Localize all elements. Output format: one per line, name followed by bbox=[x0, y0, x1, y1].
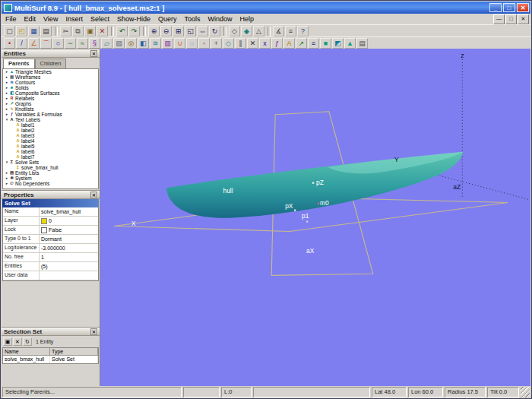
label-hull[interactable]: hull bbox=[223, 187, 233, 195]
property-value[interactable] bbox=[40, 271, 98, 280]
menu-tools[interactable]: Tools bbox=[180, 14, 204, 24]
tree-item-entity-lists[interactable]: ▸▤Entity Lists bbox=[3, 170, 98, 176]
lofted-surface-icon[interactable]: ≋ bbox=[150, 38, 161, 49]
property-value[interactable]: 0 bbox=[40, 217, 98, 225]
menu-help[interactable]: Help bbox=[236, 14, 258, 24]
close-button[interactable]: ✕ bbox=[517, 3, 529, 12]
lock-checkbox[interactable] bbox=[41, 227, 47, 233]
c-curve-icon[interactable]: ≈ bbox=[77, 38, 88, 49]
tree-item-text-labels[interactable]: ▾AText Labels bbox=[3, 117, 98, 122]
refresh-selection-icon[interactable]: ↻ bbox=[23, 337, 32, 346]
point-pZ-marker[interactable] bbox=[312, 182, 314, 184]
property-value[interactable]: Dormant bbox=[40, 235, 98, 243]
property-value[interactable]: -3.000000 bbox=[40, 244, 98, 252]
label-pZ[interactable]: pZ bbox=[316, 179, 324, 186]
perspective-view-icon[interactable]: △ bbox=[253, 26, 264, 36]
options-icon[interactable]: ≡ bbox=[285, 26, 296, 36]
tree-item-label5[interactable]: Alabel5 bbox=[3, 144, 98, 149]
wireframe-display-icon[interactable]: ◇ bbox=[229, 26, 240, 36]
menu-select[interactable]: Select bbox=[87, 14, 113, 24]
minimize-button[interactable]: _ bbox=[489, 3, 502, 12]
pan-icon[interactable]: ⇔ bbox=[197, 26, 208, 36]
ring-icon[interactable]: ◌ bbox=[186, 38, 198, 49]
bead-icon[interactable]: ◦ bbox=[198, 38, 210, 49]
label-pX[interactable]: pX bbox=[285, 202, 293, 210]
save-file-icon[interactable]: ▦ bbox=[28, 26, 40, 36]
tree-item-solve-sets[interactable]: ▾ΣSolve Sets bbox=[3, 160, 98, 165]
ruled-surface-icon[interactable]: ▨ bbox=[113, 38, 125, 49]
3d-viewport[interactable]: z Y X aZ hull pZ m0 pX p1 aX bbox=[100, 49, 530, 386]
tree-item-variables-formulas[interactable]: ▸ƒVariables & Formulas bbox=[3, 112, 98, 117]
swept-surface-icon[interactable]: ◧ bbox=[138, 38, 149, 49]
tree-item-contours[interactable]: ▸≋Contours bbox=[3, 80, 98, 85]
menu-file[interactable]: File bbox=[2, 14, 21, 24]
blend-surface-icon[interactable]: ▥ bbox=[162, 38, 173, 49]
mdi-minimize-button[interactable]: — bbox=[493, 14, 505, 24]
contours-icon[interactable]: ≡ bbox=[308, 38, 319, 49]
surface-icon[interactable]: ▱ bbox=[101, 38, 112, 49]
b-curve-icon[interactable]: ∼ bbox=[65, 38, 76, 49]
rotate-view-icon[interactable]: ↻ bbox=[209, 26, 220, 36]
plane-icon[interactable]: ◇ bbox=[223, 38, 234, 49]
copy-icon[interactable]: ⧉ bbox=[72, 26, 84, 36]
text-label-icon[interactable]: A bbox=[283, 38, 295, 49]
selection-grid-icon[interactable]: ▣ bbox=[3, 337, 12, 346]
property-value[interactable]: solve_bmax_hull bbox=[40, 207, 98, 216]
triangle-mesh-icon[interactable]: ▲ bbox=[344, 38, 356, 49]
menu-window[interactable]: Window bbox=[204, 14, 236, 24]
line-icon[interactable]: / bbox=[16, 38, 27, 49]
point-icon[interactable]: • bbox=[4, 38, 15, 49]
mirror-icon[interactable]: ∥ bbox=[235, 38, 246, 49]
measure-icon[interactable]: ∡ bbox=[273, 26, 284, 36]
property-value[interactable]: (5) bbox=[40, 262, 98, 271]
variable-icon[interactable]: x bbox=[259, 38, 271, 49]
label-aZ[interactable]: aZ bbox=[453, 183, 461, 191]
properties-close-icon[interactable]: ✕ bbox=[90, 192, 97, 198]
zoom-in-icon[interactable]: ⊕ bbox=[148, 26, 160, 36]
tree-item-label1[interactable]: Alabel1 bbox=[3, 122, 98, 128]
axis-label-x[interactable]: X bbox=[131, 220, 136, 227]
tree-item-knotlists[interactable]: ▸∿Knotlists bbox=[3, 106, 98, 112]
revolution-surface-icon[interactable]: ◎ bbox=[125, 38, 137, 49]
zoom-fit-icon[interactable]: ◱ bbox=[185, 26, 196, 36]
tab-children[interactable]: Children bbox=[35, 59, 67, 68]
menu-view[interactable]: View bbox=[40, 14, 62, 24]
menu-insert[interactable]: Insert bbox=[62, 14, 87, 24]
point-m0-marker[interactable] bbox=[318, 203, 319, 204]
point-pX-marker[interactable] bbox=[294, 210, 296, 211]
magnet-icon[interactable]: ∪ bbox=[174, 38, 185, 49]
zoom-out-icon[interactable]: ⊖ bbox=[160, 26, 172, 36]
tree-item-composite-surfaces[interactable]: ▸◧Composite Surfaces bbox=[3, 90, 98, 96]
new-file-icon[interactable]: ▢ bbox=[4, 26, 15, 36]
menu-query[interactable]: Query bbox=[154, 14, 181, 24]
tree-item-triangle-meshes[interactable]: ▸▲Triangle Meshes bbox=[3, 69, 98, 74]
property-value[interactable]: 1 bbox=[40, 253, 98, 261]
solid-icon[interactable]: ■ bbox=[320, 38, 331, 49]
redo-icon[interactable]: ↷ bbox=[128, 26, 140, 36]
knot-icon[interactable]: ✕ bbox=[247, 38, 258, 49]
label-m0[interactable]: m0 bbox=[320, 199, 329, 207]
clear-selection-icon[interactable]: ✕ bbox=[13, 337, 22, 346]
tree-item-relabels[interactable]: ▸RRelabels bbox=[3, 96, 98, 101]
tree-item-graphs[interactable]: ▸↗Graphs bbox=[3, 101, 98, 106]
label-p1[interactable]: p1 bbox=[302, 212, 309, 220]
axis-label-z[interactable]: z bbox=[461, 52, 464, 59]
paste-icon[interactable]: ▣ bbox=[84, 26, 96, 36]
delete-icon[interactable]: ✕ bbox=[97, 26, 108, 36]
scene-svg[interactable]: z Y X aZ hull pZ m0 pX p1 aX bbox=[100, 49, 530, 386]
entity-list-icon[interactable]: ▤ bbox=[356, 38, 368, 49]
point-p1-marker[interactable] bbox=[306, 220, 308, 222]
cut-icon[interactable]: ✂ bbox=[60, 26, 71, 36]
open-file-icon[interactable]: ◰ bbox=[16, 26, 27, 36]
entities-tree[interactable]: ▸▲Triangle Meshes▸▦Wireframes▸≋Contours▸… bbox=[2, 68, 99, 189]
column-type[interactable]: Type bbox=[50, 348, 98, 356]
menu-edit[interactable]: Edit bbox=[21, 14, 40, 24]
mdi-restore-button[interactable]: □ bbox=[505, 14, 517, 24]
arc-icon[interactable]: ⌒ bbox=[40, 38, 52, 49]
graph-icon[interactable]: ↗ bbox=[296, 38, 307, 49]
column-name[interactable]: Name bbox=[3, 348, 50, 356]
tree-item-wireframes[interactable]: ▸▦Wireframes bbox=[3, 74, 98, 80]
entities-close-icon[interactable]: ✕ bbox=[90, 50, 97, 57]
selection-close-icon[interactable]: ✕ bbox=[90, 328, 97, 335]
axis-label-y[interactable]: Y bbox=[394, 156, 399, 163]
